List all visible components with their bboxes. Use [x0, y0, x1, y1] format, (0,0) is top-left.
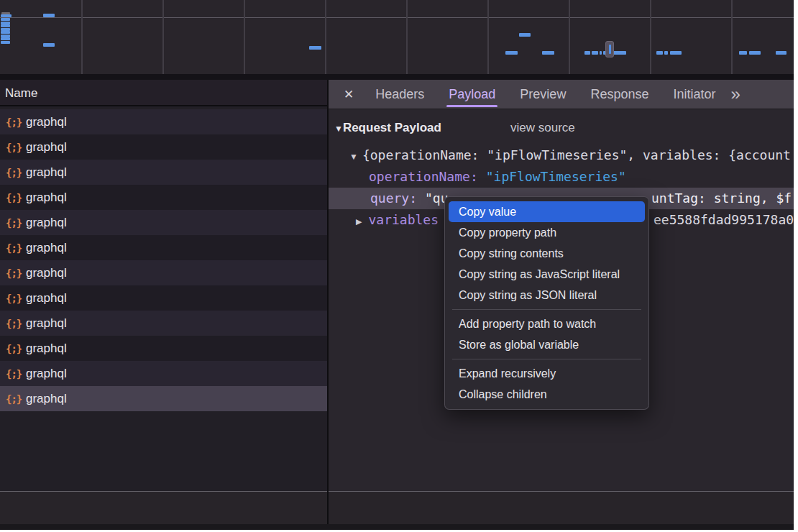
row-collapsed-triangle-icon[interactable]: ▶ — [356, 217, 362, 226]
overview-gridline — [325, 0, 326, 74]
json-braces-icon: {;} — [6, 343, 26, 354]
menu-item[interactable]: Copy string as JSON literal — [449, 285, 645, 306]
overview-gridline — [650, 0, 651, 74]
request-timing-bar — [600, 51, 602, 55]
close-icon[interactable]: ✕ — [344, 87, 354, 102]
request-timing-bar — [592, 51, 598, 55]
request-timing-bar — [1, 41, 10, 44]
property-key: query: — [370, 191, 417, 206]
request-name: graphql — [26, 291, 67, 306]
payload-preview-row[interactable]: ▼{operationName: "ipFlowTimeseries", var… — [349, 145, 793, 166]
details-tabbar: ✕ HeadersPayloadPreviewResponseInitiator… — [329, 80, 794, 109]
request-timing-bar — [584, 51, 590, 55]
json-braces-icon: {;} — [6, 318, 26, 329]
footer-divider — [0, 491, 794, 492]
request-row[interactable]: {;}graphql — [0, 260, 327, 285]
request-timing-bar — [749, 51, 761, 55]
row-expanded-triangle-icon[interactable]: ▼ — [349, 152, 358, 162]
json-braces-icon: {;} — [6, 242, 26, 254]
request-name: graphql — [26, 140, 67, 155]
request-timing-bar — [505, 51, 518, 55]
menu-item[interactable]: Copy property path — [449, 222, 645, 243]
request-row[interactable]: {;}graphql — [0, 235, 327, 260]
request-timing-bar — [1, 37, 10, 40]
request-timing-bar — [664, 51, 668, 55]
devtools-window: Name {;}graphql{;}graphql{;}graphql{;}gr… — [0, 0, 794, 530]
network-overview-strip[interactable] — [0, 0, 794, 74]
request-name: graphql — [26, 165, 67, 180]
context-menu: Copy valueCopy property pathCopy string … — [444, 196, 649, 410]
menu-item[interactable]: Collapse children — [449, 384, 645, 405]
tab-payload[interactable]: Payload — [436, 80, 508, 109]
request-row[interactable]: {;}graphql — [0, 386, 327, 411]
request-timing-bar — [43, 14, 55, 17]
json-braces-icon: {;} — [6, 368, 26, 380]
request-timing-bar — [1, 18, 10, 21]
menu-item[interactable]: Expand recursively — [449, 363, 645, 384]
tab-preview[interactable]: Preview — [508, 80, 578, 109]
query-row[interactable]: query:"qu — [370, 188, 449, 209]
property-key: variables — [368, 212, 439, 227]
menu-item[interactable]: Copy string as JavaScript literal — [449, 264, 645, 285]
variables-row[interactable]: ▶variables — [356, 209, 439, 231]
request-row[interactable]: {;}graphql — [0, 336, 327, 361]
overview-gridline — [731, 0, 733, 74]
request-row[interactable]: {;}graphql — [0, 311, 327, 336]
request-timing-bar — [613, 51, 626, 55]
property-key: operationName: — [369, 169, 478, 184]
overview-gridline — [569, 0, 570, 74]
request-row[interactable]: {;}graphql — [0, 109, 327, 134]
request-payload-section-header[interactable]: ▼Request Payload — [334, 117, 441, 139]
menu-item[interactable]: Add property path to watch — [449, 313, 645, 334]
panel-divider-horizontal — [0, 74, 794, 80]
request-row[interactable]: {;}graphql — [0, 210, 327, 235]
request-row[interactable]: {;}graphql — [0, 160, 327, 185]
json-braces-icon: {;} — [6, 116, 26, 128]
menu-item[interactable]: Copy value — [449, 201, 645, 222]
tab-strip: HeadersPayloadPreviewResponseInitiator — [363, 80, 728, 109]
request-list: {;}graphql{;}graphql{;}graphql{;}graphql… — [0, 109, 327, 411]
tab-initiator[interactable]: Initiator — [661, 80, 728, 109]
request-row[interactable]: {;}graphql — [0, 285, 327, 311]
query-value-fragment: untTag: string, $f — [651, 188, 792, 209]
overview-gridline — [81, 0, 83, 74]
menu-item[interactable]: Store as global variable — [449, 334, 645, 355]
tab-headers[interactable]: Headers — [363, 80, 436, 109]
request-name: graphql — [26, 241, 67, 255]
request-name: graphql — [26, 392, 67, 406]
request-timing-bar — [739, 51, 747, 55]
overview-horizontal-gridline — [0, 17, 794, 18]
payload-preview-text: {operationName: "ipFlowTimeseries", vari… — [362, 147, 791, 162]
overview-scrubber-icon[interactable] — [605, 41, 614, 58]
request-name: graphql — [26, 266, 67, 280]
request-row[interactable]: {;}graphql — [0, 185, 327, 210]
scrubber-position-line — [609, 45, 611, 54]
menu-item[interactable]: Copy string contents — [449, 243, 645, 264]
request-name: graphql — [26, 341, 67, 356]
json-braces-icon: {;} — [6, 192, 26, 203]
request-timing-bar — [776, 51, 786, 55]
json-braces-icon: {;} — [6, 267, 26, 279]
variables-value-fragment: ee5588fdad995178a0 — [653, 209, 794, 231]
request-timing-bar — [519, 33, 531, 37]
request-row[interactable]: {;}graphql — [0, 134, 327, 160]
operation-name-row[interactable]: operationName:"ipFlowTimeseries" — [369, 166, 626, 188]
status-footer — [0, 492, 794, 524]
window-bottom-edge — [0, 524, 794, 530]
tab-overflow-icon[interactable]: » — [730, 80, 740, 109]
panel-divider-vertical[interactable] — [327, 80, 329, 524]
request-timing-bar — [1, 24, 10, 27]
name-column-header[interactable]: Name — [0, 80, 327, 106]
request-timing-bar — [1, 31, 10, 34]
request-name: graphql — [26, 115, 67, 129]
json-braces-icon: {;} — [6, 142, 26, 153]
view-source-link[interactable]: view source — [510, 117, 575, 139]
tab-response[interactable]: Response — [578, 80, 661, 109]
request-name: graphql — [26, 216, 67, 230]
request-payload-title: Request Payload — [343, 121, 441, 134]
request-row[interactable]: {;}graphql — [0, 361, 327, 386]
menu-separator — [452, 309, 641, 310]
property-value: "ipFlowTimeseries" — [478, 169, 626, 184]
section-expanded-triangle-icon: ▼ — [334, 124, 343, 134]
overview-gridline — [487, 0, 489, 74]
